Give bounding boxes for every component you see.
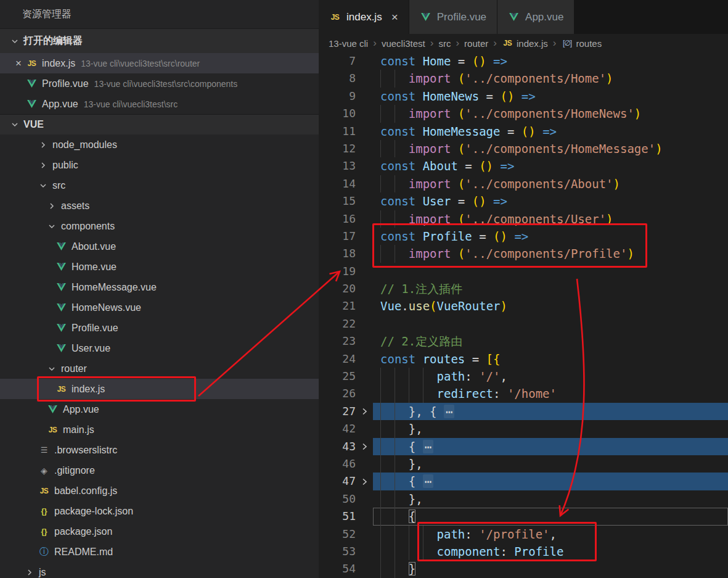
- tree-item-gitignore[interactable]: ◈.gitignore: [0, 460, 319, 481]
- indent-guide: [380, 245, 381, 262]
- code-line-50[interactable]: 50 },: [319, 490, 728, 508]
- code-line-7[interactable]: 7const Home = () =>: [319, 52, 728, 70]
- tab-app-vue[interactable]: App.vue: [497, 0, 575, 34]
- tree-item-components[interactable]: components: [0, 216, 319, 236]
- vue-folder-header[interactable]: VUE: [0, 114, 319, 134]
- vue-icon: [26, 100, 38, 108]
- tree-item-src[interactable]: src: [0, 175, 319, 196]
- file-name: .gitignore: [54, 465, 95, 476]
- code-line-14[interactable]: 14 import ('../components/About'): [319, 175, 728, 192]
- breadcrumb-item-src[interactable]: src: [438, 38, 451, 49]
- code-line-54[interactable]: 54 }: [319, 560, 728, 577]
- code-line-13[interactable]: 13const About = () =>: [319, 157, 728, 175]
- code-line-47[interactable]: 47 { ⋯: [319, 473, 728, 490]
- indent-guide: [395, 403, 395, 420]
- tree-item-package-lock-json[interactable]: {}package-lock.json: [0, 501, 319, 521]
- tree-item-app-vue[interactable]: App.vue: [0, 399, 319, 419]
- chevron-down-icon: [10, 120, 20, 130]
- fold-collapsed-icon[interactable]: [356, 403, 373, 420]
- tree-item-main-js[interactable]: JSmain.js: [0, 419, 319, 440]
- tab-profile-vue[interactable]: Profile.vue: [409, 0, 497, 34]
- breadcrumb-item-routes[interactable]: [∅]routes: [561, 38, 602, 49]
- code-line-43[interactable]: 43 { ⋯: [319, 438, 728, 455]
- json-icon: {}: [38, 527, 50, 536]
- open-editor-index-js[interactable]: ×JSindex.js13-vue cli\vuecli3test\src\ro…: [0, 53, 319, 73]
- code-line-19[interactable]: 19: [319, 263, 728, 280]
- tree-item-readme-md[interactable]: ⓘREADME.md: [0, 542, 319, 562]
- code-line-42[interactable]: 42 },: [319, 420, 728, 437]
- line-number: 8: [319, 70, 356, 87]
- breadcrumb-item-13-vue-cli[interactable]: 13-vue cli: [329, 38, 368, 49]
- open-editors-list: ×JSindex.js13-vue cli\vuecli3test\src\ro…: [0, 53, 319, 114]
- tree-item-public[interactable]: public: [0, 155, 319, 175]
- breadcrumb-item-index-js[interactable]: JSindex.js: [502, 38, 548, 49]
- chevron-separator-icon: ›: [430, 37, 434, 49]
- code-line-26[interactable]: 26 redirect: '/home': [319, 385, 728, 402]
- tree-item-assets[interactable]: assets: [0, 196, 319, 216]
- code-line-25[interactable]: 25 path: '/',: [319, 368, 728, 385]
- vue-icon: [55, 344, 67, 352]
- indent-guide: [395, 210, 395, 228]
- code-line-51[interactable]: 51 {: [319, 508, 728, 525]
- code-line-12[interactable]: 12 import ('../components/HomeMessage'): [319, 140, 728, 157]
- editor-area: JSindex.js×Profile.vueApp.vue 13-vue cli…: [319, 0, 728, 578]
- chevron-down-icon: [47, 221, 57, 231]
- tree-item-index-js[interactable]: JSindex.js: [0, 379, 319, 399]
- code-line-21[interactable]: 21Vue.use(VueRouter): [319, 297, 728, 315]
- indent-guide: [409, 368, 409, 385]
- file-path: 13-vue cli\vuecli3test\src\router: [81, 59, 200, 68]
- fold-collapsed-icon[interactable]: [356, 473, 373, 490]
- fold-collapsed-icon[interactable]: [356, 438, 373, 455]
- code-line-22[interactable]: 22: [319, 315, 728, 332]
- indent-guide: [409, 543, 409, 560]
- open-editors-header[interactable]: 打开的编辑器: [0, 28, 319, 53]
- tree-item-about-vue[interactable]: About.vue: [0, 236, 319, 257]
- close-icon[interactable]: ×: [11, 57, 26, 70]
- code-line-52[interactable]: 52 path: '/profile',: [319, 526, 728, 543]
- tree-item-babel-config-js[interactable]: JSbabel.config.js: [0, 481, 319, 501]
- tab-index-js[interactable]: JSindex.js×: [319, 0, 409, 34]
- vscode-window: 资源管理器 打开的编辑器 ×JSindex.js13-vue cli\vuecl…: [0, 0, 728, 578]
- file-name: router: [61, 363, 87, 374]
- indent-guide: [395, 526, 395, 543]
- tree-item-browserslistrc[interactable]: ☰.browserslistrc: [0, 440, 319, 460]
- tree-item-package-json[interactable]: {}package.json: [0, 521, 319, 542]
- tree-item-router[interactable]: router: [0, 358, 319, 379]
- code-line-9[interactable]: 9const HomeNews = () =>: [319, 88, 728, 105]
- close-icon[interactable]: ×: [391, 10, 398, 24]
- file-name: index.js: [72, 384, 105, 395]
- code-line-24[interactable]: 24const routes = [{: [319, 350, 728, 368]
- breadcrumb-item-router[interactable]: router: [464, 38, 488, 49]
- line-number: 51: [319, 508, 356, 525]
- code-line-16[interactable]: 16 import ('../components/User'): [319, 210, 728, 228]
- code-line-10[interactable]: 10 import ('../components/HomeNews'): [319, 105, 728, 122]
- code-line-18[interactable]: 18 import ('../components/Profile'): [319, 245, 728, 262]
- open-editor-profile-vue[interactable]: Profile.vue13-vue cli\vuecli3test\src\co…: [0, 73, 319, 94]
- fold-column: [356, 70, 373, 87]
- code-line-8[interactable]: 8 import ('../components/Home'): [319, 70, 728, 87]
- fold-column: [356, 105, 373, 122]
- code-line-17[interactable]: 17const Profile = () =>: [319, 228, 728, 245]
- breadcrumb-label: routes: [576, 38, 602, 49]
- code-line-11[interactable]: 11const HomeMessage = () =>: [319, 123, 728, 140]
- line-number: 11: [319, 123, 356, 140]
- tree-item-home-vue[interactable]: Home.vue: [0, 257, 319, 277]
- tree-item-js-root[interactable]: js: [0, 562, 319, 578]
- code-line-20[interactable]: 20// 1.注入插件: [319, 280, 728, 297]
- open-editor-app-vue[interactable]: App.vue13-vue cli\vuecli3test\src: [0, 94, 319, 114]
- file-name: assets: [61, 200, 89, 212]
- tree-item-homemessage-vue[interactable]: HomeMessage.vue: [0, 277, 319, 297]
- code-line-15[interactable]: 15const User = () =>: [319, 192, 728, 210]
- tree-item-homenews-vue[interactable]: HomeNews.vue: [0, 297, 319, 318]
- code-line-53[interactable]: 53 component: Profile: [319, 543, 728, 560]
- tree-item-node-modules[interactable]: node_modules: [0, 134, 319, 155]
- breadcrumb-item-vuecli3test[interactable]: vuecli3test: [382, 38, 425, 49]
- indent-guide: [395, 560, 395, 577]
- tree-item-user-vue[interactable]: User.vue: [0, 338, 319, 358]
- tree-item-profile-vue[interactable]: Profile.vue: [0, 318, 319, 338]
- code-text: const HomeMessage = () =>: [373, 123, 728, 140]
- vue-icon: [55, 263, 67, 271]
- code-line-27[interactable]: 27 }, { ⋯: [319, 403, 728, 420]
- code-line-46[interactable]: 46 },: [319, 455, 728, 473]
- code-line-23[interactable]: 23// 2.定义路由: [319, 332, 728, 350]
